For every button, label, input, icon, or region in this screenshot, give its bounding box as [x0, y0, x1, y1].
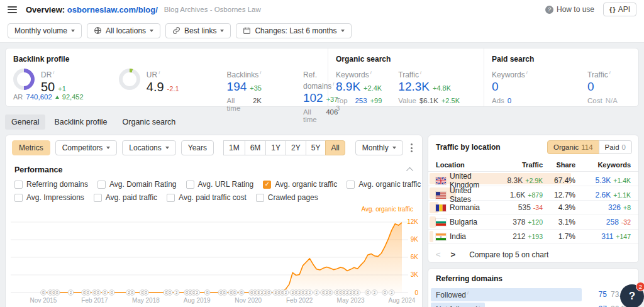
tab[interactable]: General	[5, 114, 45, 130]
location-row[interactable]: United States 1.6K +879 12.7% 2.6K +1.1K	[428, 186, 638, 201]
ar-value[interactable]: 740,602	[26, 93, 52, 101]
value-amount: $6.1K	[419, 97, 438, 104]
cost-value: N/A	[606, 97, 618, 104]
traffic-change: -34	[533, 204, 543, 211]
chart-control-button[interactable]: Metrics	[12, 140, 50, 155]
metric-checkbox[interactable]: Referring domains	[14, 180, 88, 189]
checkbox-icon	[263, 181, 271, 189]
referring-domains-row[interactable]: Followed 75 73.5%	[431, 288, 636, 301]
metric-checkbox[interactable]: Avg. paid traffic cost	[167, 193, 247, 202]
info-icon	[53, 70, 54, 75]
metric-checkbox[interactable]: Avg. URL Rating	[186, 180, 254, 189]
keywords-value[interactable]: 326	[608, 203, 621, 212]
paid-toggle-button[interactable]: Paid 0	[599, 140, 632, 154]
ratio-value[interactable]: 27	[599, 304, 607, 307]
filter-label: Changes: Last 6 months	[255, 26, 336, 35]
referring-domains-row[interactable]: Not followed 27 26.5%	[431, 303, 636, 307]
top3-change: +99	[370, 97, 382, 104]
metric-label: Avg. Impressions	[26, 193, 84, 202]
paid-keywords-value[interactable]: 0	[492, 80, 499, 94]
location-row[interactable]: United Kingdom 8.3K +2.9K 67.4% 5.3K +1.…	[428, 172, 638, 186]
location-row[interactable]: Romania 535 -34 4.3% 326 +8	[428, 201, 638, 215]
ads-value[interactable]: 0	[508, 97, 511, 104]
menu-icon[interactable]	[8, 6, 17, 13]
referring-domains-title: Referring domains	[428, 269, 638, 287]
organic-traffic-value[interactable]: 12.3K	[398, 80, 430, 94]
info-icon	[260, 70, 261, 75]
backlinks-stat: Backlinks 194 +35 All time 2K	[227, 69, 262, 123]
ratio-value[interactable]: 75	[599, 290, 607, 299]
time-range-button[interactable]: 6M	[245, 140, 267, 155]
organic-keywords-value[interactable]: 8.9K	[336, 80, 360, 94]
collapse-chevron-icon[interactable]	[406, 167, 413, 174]
filter-label: Best links	[184, 26, 216, 35]
keywords-change: +1.1K	[613, 191, 631, 199]
share-value: 12.7%	[554, 191, 575, 199]
filter-dropdown-button[interactable]: Changes: Last 6 months	[236, 23, 351, 38]
how-to-use-link[interactable]: How to use	[545, 5, 594, 14]
checkbox-icon	[347, 181, 355, 189]
organic-toggle-label: Organic	[553, 143, 579, 151]
metric-label: Avg. organic traffic	[275, 180, 337, 189]
backlinks-change: +35	[250, 84, 262, 92]
chevron-down-icon	[220, 30, 224, 32]
chevron-down-icon	[150, 30, 153, 32]
keywords-change: -32	[621, 218, 631, 226]
traffic-change: +2.9K	[525, 177, 543, 184]
location-row[interactable]: India 212 +193 1.7% 311 +147	[428, 230, 638, 244]
svg-text:9K: 9K	[411, 236, 419, 243]
organic-traffic-chart[interactable]: 12K9K6K3K0GGGG2GGGGGG2GGGGG2GGG2GGGGGGGG…	[6, 209, 423, 306]
checkbox-icon	[14, 181, 23, 189]
ur-label: UR	[147, 70, 160, 79]
filter-icon	[243, 26, 251, 35]
time-range-button[interactable]: 2Y	[286, 140, 306, 155]
country-flag-icon	[436, 177, 446, 184]
target-url-link[interactable]: osborneslaw.com/blog/	[67, 5, 158, 14]
svg-text:2: 2	[196, 291, 198, 294]
top3-label: Top 3	[336, 97, 352, 112]
prev-page-icon[interactable]	[436, 250, 441, 259]
keywords-value[interactable]: 258	[606, 218, 619, 226]
backlinks-value[interactable]: 194	[227, 80, 247, 94]
compare-top5-link[interactable]: Compare top 5 on chart	[469, 250, 548, 259]
tab[interactable]: Organic search	[116, 114, 182, 130]
location-row[interactable]: Bulgaria 378 +120 3.1% 258 -32	[428, 215, 638, 230]
time-range-button[interactable]: 5Y	[306, 140, 326, 155]
share-value: 67.4%	[554, 176, 575, 185]
svg-text:G: G	[169, 291, 171, 294]
info-icon	[370, 70, 372, 75]
metric-checkbox[interactable]: Crawled pages	[256, 193, 318, 202]
top3-value[interactable]: 253	[355, 97, 367, 104]
chart-control-button[interactable]: Locations	[122, 140, 175, 155]
metric-checkbox[interactable]: Avg. Impressions	[14, 193, 84, 202]
time-range-button[interactable]: 1Y	[265, 140, 286, 155]
metric-checkbox[interactable]: Avg. paid traffic	[94, 193, 157, 202]
help-fab-button[interactable]: 2	[620, 284, 644, 307]
metric-checkbox[interactable]: Avg. Domain Rating	[97, 180, 177, 189]
time-range-button[interactable]: All	[325, 140, 345, 155]
keywords-value[interactable]: 311	[601, 232, 613, 241]
keywords-value[interactable]: 5.3K	[596, 176, 611, 185]
svg-text:May 2018: May 2018	[132, 297, 160, 304]
next-page-icon[interactable]	[451, 250, 456, 259]
svg-text:G: G	[145, 291, 147, 294]
paid-traffic-value[interactable]: 0	[587, 80, 594, 94]
filter-dropdown-button[interactable]: All locations	[87, 23, 160, 38]
chart-control-button[interactable]: Years	[181, 140, 214, 155]
api-button[interactable]: API	[603, 3, 636, 16]
metric-checkbox[interactable]: Avg. organic traffic	[263, 180, 337, 189]
time-range-button[interactable]: 1M	[223, 140, 245, 155]
organic-toggle-button[interactable]: Organic 114	[547, 140, 599, 154]
ref-domains-value[interactable]: 102	[303, 91, 323, 105]
more-options-icon[interactable]	[408, 140, 416, 155]
filter-dropdown-button[interactable]: Monthly volume	[8, 23, 82, 38]
svg-text:G: G	[56, 291, 58, 294]
svg-text:2: 2	[70, 291, 72, 294]
keywords-value[interactable]: 2.6K	[596, 191, 611, 199]
chart-control-button[interactable]: Competitors	[55, 140, 118, 155]
metric-checkbox[interactable]: Avg. organic traffic value	[347, 180, 423, 189]
filter-dropdown-button[interactable]: Best links	[165, 23, 231, 38]
granularity-dropdown[interactable]: Monthly	[355, 140, 403, 155]
tab[interactable]: Backlink profile	[48, 114, 113, 130]
svg-text:12K: 12K	[407, 218, 418, 225]
